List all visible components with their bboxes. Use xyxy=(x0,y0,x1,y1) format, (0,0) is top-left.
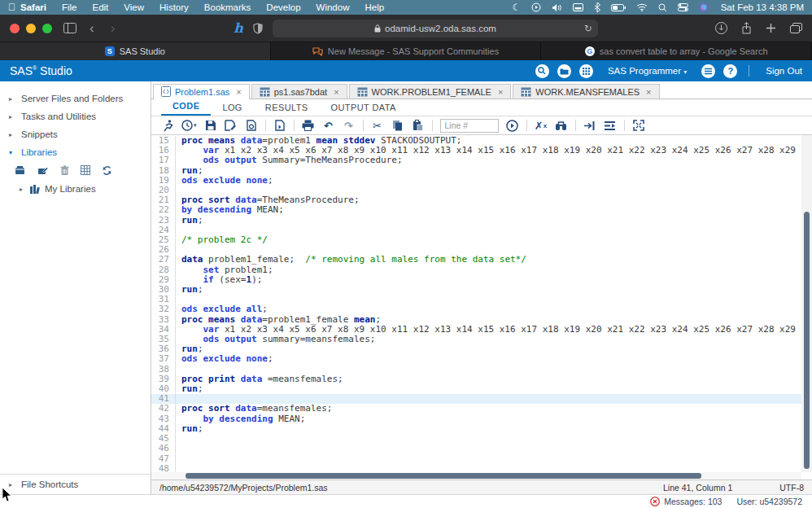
sidebar-item-server-files-and-folders[interactable]: ▸Server Files and Folders xyxy=(0,90,151,107)
battery-icon[interactable] xyxy=(611,4,626,11)
code-line[interactable]: 30run; xyxy=(151,285,801,295)
horizontal-scrollbar[interactable] xyxy=(151,472,801,480)
paste-button[interactable] xyxy=(412,118,425,133)
messages-indicator[interactable]: Messages: 103 xyxy=(650,497,722,506)
code-line[interactable]: 40run; xyxy=(151,384,801,394)
editor-tab-code[interactable]: CODE xyxy=(161,99,211,116)
editor-tab-log[interactable]: LOG xyxy=(211,100,253,116)
code-line[interactable]: 19ods exclude none; xyxy=(151,176,801,186)
open-folder-icon[interactable] xyxy=(557,64,571,78)
tab-overview-icon[interactable] xyxy=(790,23,802,33)
line-number-input[interactable] xyxy=(440,119,499,133)
table-properties-icon[interactable] xyxy=(81,165,90,175)
siri-icon[interactable] xyxy=(699,2,709,12)
undo-button[interactable]: ↶ xyxy=(322,118,335,133)
safari-tab[interactable]: SSAS Studio xyxy=(0,42,271,60)
menubar-clock[interactable]: Sat Feb 13 4:38 PM xyxy=(721,2,804,12)
menu-view[interactable]: View xyxy=(124,2,144,12)
apple-menu-icon[interactable]:  xyxy=(8,2,15,13)
document-tab[interactable]: WORK.PROBLEM1_FEMALE× xyxy=(349,84,512,99)
code-line[interactable]: 47 xyxy=(151,454,801,464)
code-line[interactable]: 43 by descending MEAN; xyxy=(151,414,801,424)
code-line[interactable]: 22by descending MEAN; xyxy=(151,205,801,215)
honey-extension-icon[interactable]: h xyxy=(234,20,243,36)
code-line[interactable]: 25/* problem 2c */ xyxy=(151,235,801,245)
menu-bookmarks[interactable]: Bookmarks xyxy=(204,2,251,12)
search-icon[interactable] xyxy=(535,64,549,78)
sidebar-item-tasks-and-utilities[interactable]: ▸Tasks and Utilities xyxy=(0,107,151,125)
editor-tab-output-data[interactable]: OUTPUT DATA xyxy=(320,100,408,116)
code-line[interactable]: 48 xyxy=(151,464,801,472)
document-tab[interactable]: WORK.MEANSFEMALES× xyxy=(513,84,659,99)
bluetooth-icon[interactable] xyxy=(594,2,600,12)
save-button[interactable] xyxy=(204,118,217,133)
indent-button[interactable] xyxy=(583,118,596,133)
address-bar[interactable]: odamid-usw2.oda.sas.com ↻ xyxy=(273,20,598,37)
menu-file[interactable]: File xyxy=(62,2,77,12)
volume-icon[interactable] xyxy=(552,3,562,12)
role-dropdown[interactable]: SAS Programmer ▾ xyxy=(608,66,687,76)
vertical-scrollbar[interactable] xyxy=(801,135,812,472)
close-window-button[interactable] xyxy=(10,24,20,33)
downloads-icon[interactable] xyxy=(715,22,727,34)
back-button[interactable]: ‹ xyxy=(89,21,94,35)
horizontal-scrollbar-thumb[interactable] xyxy=(186,473,701,479)
menu-icon[interactable] xyxy=(701,64,715,78)
safari-tab[interactable]: Gsas convert table to array - Google Sea… xyxy=(541,42,812,60)
new-program-button[interactable] xyxy=(245,118,258,133)
vertical-scrollbar-thumb[interactable] xyxy=(804,212,810,469)
assign-library-icon[interactable] xyxy=(37,165,49,176)
code-line[interactable]: 37ods exclude none; xyxy=(151,354,801,364)
close-icon[interactable]: × xyxy=(334,87,338,97)
document-tab[interactable]: ps1.sas7bdat× xyxy=(251,84,347,99)
clear-code-button[interactable]: ✗x xyxy=(535,118,548,133)
code-line[interactable]: 35 ods output summary=meansfemales; xyxy=(151,335,801,344)
sidebar-toggle-icon[interactable] xyxy=(63,23,76,33)
spotlight-icon[interactable] xyxy=(658,3,667,12)
cut-button[interactable]: ✂ xyxy=(371,118,384,133)
menu-edit[interactable]: Edit xyxy=(93,2,109,12)
display-icon[interactable] xyxy=(573,3,583,11)
shield-extension-icon[interactable] xyxy=(253,23,263,34)
menu-window[interactable]: Window xyxy=(317,2,350,12)
sidebar-item-snippets[interactable]: ▸Snippets xyxy=(0,125,151,143)
close-icon[interactable]: × xyxy=(498,87,503,97)
format-code-button[interactable] xyxy=(604,118,617,133)
screen-mirroring-icon[interactable] xyxy=(531,2,541,12)
maximize-view-button[interactable] xyxy=(632,118,645,133)
document-tab[interactable]: Problem1.sas× xyxy=(153,84,250,99)
wifi-icon[interactable] xyxy=(636,3,648,11)
do-not-disturb-icon[interactable]: ☾ xyxy=(512,2,520,13)
code-line[interactable]: 46 xyxy=(151,444,801,453)
code-line[interactable]: 45 xyxy=(151,434,801,444)
new-library-icon[interactable] xyxy=(15,165,26,176)
control-center-icon[interactable] xyxy=(678,3,688,11)
refresh-icon[interactable] xyxy=(102,165,112,176)
code-line[interactable]: 23run; xyxy=(151,216,801,226)
apps-grid-icon[interactable] xyxy=(579,64,593,78)
print-button[interactable] xyxy=(302,118,315,133)
submission-history-button[interactable]: ▾ xyxy=(181,118,197,133)
code-generation-button[interactable] xyxy=(273,118,286,133)
delete-icon[interactable] xyxy=(60,165,69,176)
new-tab-icon[interactable] xyxy=(766,23,776,33)
minimize-window-button[interactable] xyxy=(26,24,36,33)
go-to-line-button[interactable] xyxy=(506,118,519,133)
sign-out-button[interactable]: Sign Out xyxy=(766,66,802,76)
menu-safari[interactable]: Safari xyxy=(20,2,46,12)
sidebar-item-libraries[interactable]: ▾ Libraries xyxy=(0,143,151,161)
code-editor[interactable]: 15proc means data=problem1 mean stddev S… xyxy=(151,135,812,480)
editor-tab-results[interactable]: RESULTS xyxy=(254,100,320,116)
menu-history[interactable]: History xyxy=(159,2,189,12)
zoom-window-button[interactable] xyxy=(42,24,52,33)
find-replace-button[interactable] xyxy=(555,118,568,133)
help-icon[interactable]: ? xyxy=(723,64,737,78)
code-line[interactable]: 39proc print data =meansfemales; xyxy=(151,374,801,384)
code-line[interactable]: 44run; xyxy=(151,424,801,434)
sidebar-item-file-shortcuts[interactable]: ▸ File Shortcuts xyxy=(0,474,151,494)
share-icon[interactable] xyxy=(741,22,752,34)
code-line[interactable]: 17 ods output Summary=TheMeansProcedure; xyxy=(151,155,801,165)
run-button[interactable] xyxy=(161,118,174,133)
sidebar-item-my-libraries[interactable]: ▸ My Libraries xyxy=(0,181,151,197)
close-icon[interactable]: × xyxy=(236,87,241,97)
